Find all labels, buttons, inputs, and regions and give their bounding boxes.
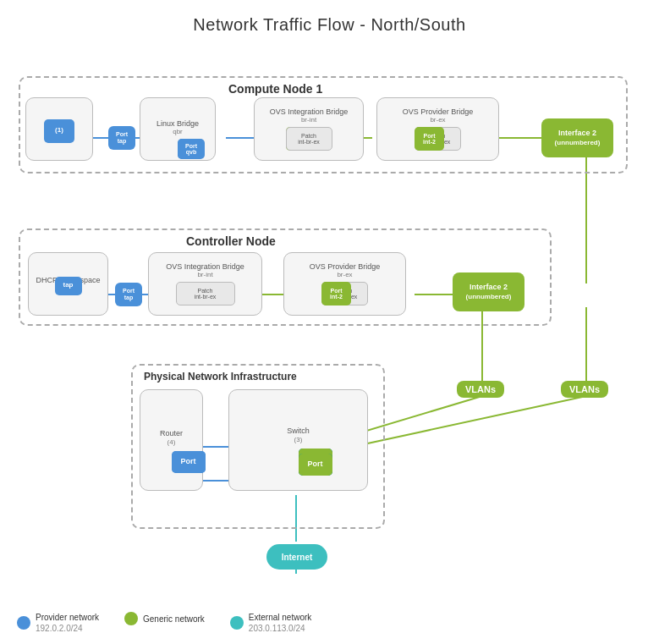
ovs-prov-bridge-compute: OVS Provider Bridge br-ex Patchphy-br-ex…	[376, 97, 499, 161]
router-label: Router	[160, 429, 183, 438]
page-title: Network Traffic Flow - North/South	[0, 0, 659, 43]
internet-circle: Internet	[266, 544, 327, 570]
ovs-int-label-compute: OVS Integration Bridge	[270, 107, 349, 117]
legend-dot-provider	[17, 616, 30, 630]
interface2-compute: Interface 2 (unnumbered)	[541, 118, 613, 157]
controller-node-label: Controller Node	[186, 234, 276, 248]
linux-bridge-box: Linux Bridge qbr (2) Port qvb	[140, 97, 216, 161]
legend-dot-external	[230, 616, 244, 630]
port-int2-ctrl[interactable]: Port int-2	[321, 282, 351, 305]
port-int2-compute[interactable]: Port int-2	[415, 127, 444, 151]
compute-node-label: Compute Node 1	[228, 82, 322, 96]
instance-port[interactable]: (1)	[44, 119, 74, 143]
router-sublabel: (4)	[167, 438, 176, 446]
ovs-int-bridge-compute: OVS Integration Bridge br-int Port qvo P…	[254, 97, 364, 161]
port-tap-controller[interactable]: Port tap	[115, 283, 142, 306]
switch-label: Switch	[287, 427, 310, 436]
legend-generic: Generic network	[124, 612, 205, 625]
physical-network-label: Physical Network Infrastructure	[144, 371, 297, 383]
ovs-prov-label-ctrl: OVS Provider Bridge	[310, 262, 381, 272]
legend-text-generic: Generic network	[143, 614, 205, 625]
ovs-int-sublabel-ctrl: br-int	[197, 271, 212, 278]
vlans-label-1: VLANs	[457, 381, 504, 398]
legend-text-provider: Provider network 192.0.2.0/24	[36, 612, 99, 634]
router-box: Router (4) Port Port	[140, 389, 203, 491]
patch-int-br-ex-compute: Patchint-br-ex	[286, 127, 332, 151]
instance-box: Instance (1)	[25, 97, 93, 161]
ovs-prov-sublabel-ctrl: br-ex	[337, 271, 352, 278]
port-tap-compute[interactable]: Port tap	[108, 126, 135, 150]
ovs-prov-sublabel-compute: br-ex	[430, 116, 445, 124]
ovs-int-sublabel-compute: br-int	[301, 116, 316, 124]
linux-bridge-sublabel: qbr	[173, 128, 183, 135]
ovs-int-bridge-controller: OVS Integration Bridge br-int Patchint-b…	[148, 252, 262, 316]
switch-port-6[interactable]: Port	[299, 454, 332, 476]
vlans-label-2: VLANs	[561, 381, 608, 398]
legend-dot-generic	[124, 612, 138, 625]
switch-box: Switch (3) Port Port Port Port Port Port	[228, 389, 368, 491]
linux-bridge-label: Linux Bridge	[157, 119, 199, 129]
svg-line-17	[352, 396, 586, 447]
patch-int-br-ex-ctrl: Patchint-br-ex	[176, 282, 235, 305]
legend: Provider network 192.0.2.0/24 Generic ne…	[17, 612, 311, 634]
ovs-prov-bridge-ctrl: OVS Provider Bridge br-ex Patchphy-br-ex…	[283, 252, 406, 316]
dhcp-box: DHCP Namespace qdhcp tap	[28, 252, 108, 316]
legend-external: External network 203.0.113.0/24	[230, 612, 311, 634]
legend-text-external: External network 203.0.113.0/24	[249, 612, 311, 634]
router-port-2[interactable]: Port	[172, 451, 206, 473]
ovs-prov-label-compute: OVS Provider Bridge	[403, 107, 474, 117]
port-qvb[interactable]: Port qvb	[178, 139, 205, 159]
interface2-controller: Interface 2 (unnumbered)	[453, 272, 524, 311]
ovs-int-label-ctrl: OVS Integration Bridge	[166, 262, 244, 272]
legend-provider: Provider network 192.0.2.0/24	[17, 612, 99, 634]
switch-sublabel: (3)	[294, 436, 303, 443]
dhcp-tap[interactable]: tap	[55, 277, 82, 295]
